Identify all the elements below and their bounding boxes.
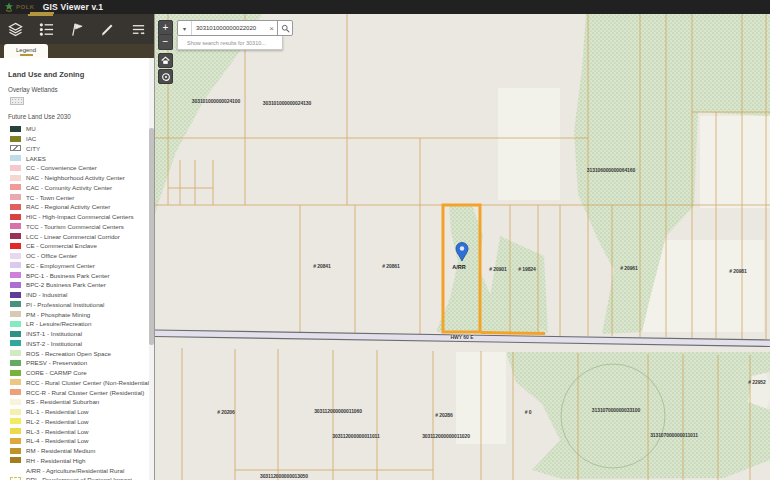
legend-item: DRI - Development of Regional Impact [8,475,154,480]
legend-item-label: CC - Convenience Center [26,164,97,171]
legend-item: RCC - Rural Cluster Center (Non-Resident… [8,378,154,388]
legend-swatch [10,331,21,337]
home-button[interactable] [158,53,173,68]
legend-item: RL-2 - Residential Low [8,417,154,427]
legend-swatch [10,243,21,249]
legend-swatch [10,379,21,385]
legend-swatch [10,301,21,307]
basemap-button[interactable] [64,16,90,42]
legend-item-label: CAC - Comunity Activity Center [26,184,112,191]
zoom-out-button[interactable]: − [158,35,173,50]
legend-item: CC - Convenience Center [8,163,154,173]
location-pin-icon[interactable] [454,241,470,263]
legend-item: OC - Office Center [8,251,154,261]
legend-scrollbar-track[interactable] [149,58,154,480]
zoom-in-button[interactable]: + [158,20,173,35]
legend-swatch [10,214,21,220]
legend-swatch [10,253,21,259]
legend-item: BPC-2 Business Park Center [8,280,154,290]
legend-item-label: RS - Residential Suburban [26,398,99,405]
legend-swatch [10,145,21,151]
legend-item: TC - Town Center [8,192,154,202]
legend-panel: Land Use and Zoning Overlay Wetlands Fut… [0,58,154,480]
gis-viewer-app: POLK GIS Viewer v.1 [0,0,770,480]
legend-item-label: LAKES [26,155,46,162]
legend-swatch [10,428,21,434]
search-clear-button[interactable]: × [266,24,277,33]
legend-swatch [10,233,21,239]
tab-legend[interactable]: Legend [4,44,48,58]
legend-item-label: MU [26,125,36,132]
tree-logo-icon [4,2,14,12]
legend-item-label: PI - Professional Institutional [26,301,104,308]
legend-item: RL-4 - Residential Low [8,436,154,446]
legend-item-label: A/RR - Agriculture/Residential Rural [26,467,124,474]
home-icon [161,56,170,65]
legend-item-label: CORE - CARMP Core [26,369,87,376]
draw-pencil-icon [100,22,115,37]
legend-item: IAC [8,134,154,144]
layers-button[interactable] [2,16,28,42]
legend-item-label: TC - Town Center [26,194,74,201]
legend-item: LAKES [8,153,154,163]
legend-item-label: LR - Lesuire/Recreation [26,320,91,327]
logo-text: POLK [16,4,35,10]
page-title: GIS Viewer v.1 [43,2,104,12]
search-input[interactable]: 303101000000022020 [192,25,266,31]
legend-item-label: ROS - Recreation Open Space [26,350,111,357]
legend-swatch [10,155,21,161]
legend-item: RL-3 - Residential Low [8,426,154,436]
legend-title: Land Use and Zoning [8,70,154,79]
legend-swatch [10,204,21,210]
legend-item-label: TCC - Tourism Commercial Centers [26,223,124,230]
legend-item-label: BPC-2 Business Park Center [26,281,106,288]
legend-item: INST-1 - Institutional [8,329,154,339]
legend-swatch [10,321,21,327]
legend-swatch [10,175,21,181]
legend-item: EC - Employment Center [8,261,154,271]
legend-item-label: DRI - Development of Regional Impact [26,476,132,480]
legend-item-label: RM - Residential Medium [26,447,95,454]
legend-swatch [10,340,21,346]
legend-button[interactable] [33,16,59,42]
legend-swatch [10,389,21,395]
search-submit-button[interactable] [277,21,292,35]
legend-item-label: NAC - Neighborhood Activity Center [26,174,125,181]
tab-legend-label: Legend [16,47,36,53]
legend-swatch [10,409,21,415]
app-logo: POLK [4,2,35,12]
legend-item: ROS - Recreation Open Space [8,348,154,358]
legend-item: CAC - Comunity Activity Center [8,183,154,193]
legend-item: CE - Commercial Enclave [8,241,154,251]
legend-item: CITY [8,144,154,154]
draw-button[interactable] [95,16,121,42]
legend-item-label: PM - Phosphate Mining [26,311,90,318]
legend-item-label: IND - Industrial [26,291,67,298]
legend-swatch [10,165,21,171]
legend-item: HIC - High-Impact Commercial Centers [8,212,154,222]
locate-button[interactable] [158,69,173,84]
legend-item: A/RR - Agriculture/Residential Rural [8,465,154,475]
legend-list-icon [39,22,54,37]
legend-item-label: PRESV - Preservation [26,359,87,366]
legend-item-label: INST-1 - Institutional [26,330,82,337]
search-source-dropdown[interactable]: ▾ [178,21,192,35]
legend-swatch [10,194,21,200]
legend-item: RAC - Regional Activity Center [8,202,154,212]
legend-item: RL-1 - Residential Low [8,407,154,417]
search-suggestion[interactable]: Show search results for 30310... [177,36,283,50]
legend-item-label: RCC - Rural Cluster Center (Non-Resident… [26,379,151,386]
legend-item-label: HIC - High-Impact Commercial Centers [26,213,134,220]
legend-item: INST-2 - Institutional [8,339,154,349]
legend-item-label: IAC [26,135,36,142]
legend-swatch [10,282,21,288]
legend-swatch [10,292,21,298]
layers-icon [8,22,23,37]
toolbar [0,14,154,44]
legend-scrollbar-thumb[interactable] [149,128,154,345]
legend-item: RCC-R - Rural Cluster Center (Residentia… [8,387,154,397]
legend-swatch [10,184,21,190]
legend-item-label: LCC - Linear Commercial Corridor [26,233,120,240]
legend-swatch [10,272,21,278]
results-button[interactable] [126,16,152,42]
